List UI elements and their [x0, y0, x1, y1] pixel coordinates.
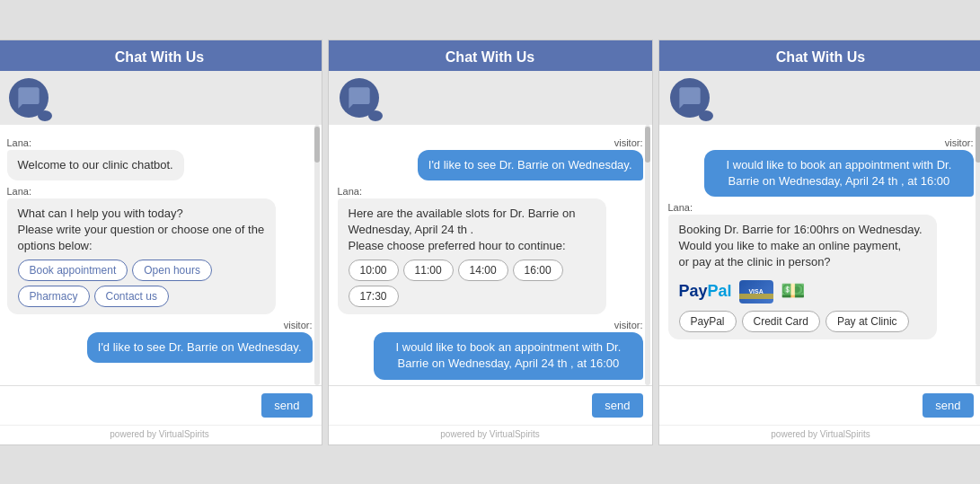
paypal-logo-icon: PayPal — [679, 280, 732, 303]
credit-card-button[interactable]: Credit Card — [742, 311, 820, 332]
chat-avatar-1 — [9, 78, 49, 118]
scrollbar-thumb-3 — [976, 127, 981, 163]
chat-avatar-3 — [670, 78, 710, 118]
chat-widget-3: Chat With Us visitor: I would like to bo… — [658, 40, 981, 445]
slot-1400[interactable]: 14:00 — [458, 260, 508, 281]
chat-widget-1: Chat With Us Lana: Welcome to our clinic… — [0, 40, 322, 445]
chat-header-1: Chat With Us — [0, 40, 322, 71]
chat-avatar-area-1 — [0, 71, 322, 125]
payment-icons-row: PayPal VISA 💵 — [679, 277, 926, 305]
slot-1730[interactable]: 17:30 — [349, 286, 399, 307]
sender-label-lana-w3: Lana: — [668, 202, 974, 213]
chat-footer-1: powered by VirtualSpirits — [0, 425, 322, 444]
chat-icon-2 — [347, 85, 372, 110]
scrollbar-1[interactable] — [314, 125, 320, 385]
message-bubble-w3-visitor: I would like to book an appointment with… — [704, 150, 973, 197]
sender-label-visitor-w2-2: visitor: — [338, 320, 643, 330]
sender-label-visitor-w3-1: visitor: — [668, 137, 974, 148]
option-contact-us[interactable]: Contact us — [94, 286, 169, 307]
chat-input-area-1: send — [0, 385, 322, 425]
paypal-button[interactable]: PayPal — [679, 311, 737, 332]
message-bubble-w2-visitor2: I would like to book an appointment with… — [374, 332, 642, 379]
message-row-w2-3: I would like to book an appointment with… — [338, 332, 643, 379]
chat-avatar-2 — [340, 78, 379, 118]
option-open-hours[interactable]: Open hours — [132, 260, 212, 281]
pay-at-clinic-button[interactable]: Pay at Clinic — [825, 311, 909, 332]
slot-1000[interactable]: 10:00 — [349, 260, 399, 281]
credit-card-icon: VISA — [739, 280, 773, 304]
message-row-w2-2: Here are the available slots for Dr. Bar… — [338, 198, 643, 315]
chat-input-2[interactable] — [338, 399, 593, 412]
chat-widget-2: Chat With Us visitor: I'd like to see Dr… — [328, 40, 653, 445]
sender-label-lana-1: Lana: — [7, 137, 313, 148]
message-bubble-visitor-1: I'd like to see Dr. Barrie on Wednesday. — [87, 332, 313, 363]
options-row-1: Book appointment Open hours Pharmacy Con… — [18, 260, 265, 307]
send-button-2[interactable]: send — [592, 393, 642, 418]
chat-icon-3 — [677, 85, 702, 110]
scrollbar-thumb-1 — [314, 127, 320, 163]
option-book-appointment[interactable]: Book appointment — [18, 260, 128, 281]
message-bubble-w2-bot: Here are the available slots for Dr. Bar… — [338, 198, 606, 315]
message-bubble-2: What can I help you with today? Please w… — [7, 198, 276, 315]
sender-label-lana-w2: Lana: — [338, 186, 643, 197]
message-bubble-w3-bot: Booking Dr. Barrie for 16:00hrs on Wedne… — [668, 215, 937, 339]
chat-input-3[interactable] — [668, 399, 923, 412]
chat-footer-2: powered by VirtualSpirits — [329, 425, 652, 444]
chat-input-area-3: send — [659, 385, 981, 425]
scrollbar-2[interactable] — [645, 125, 650, 385]
option-pharmacy[interactable]: Pharmacy — [18, 286, 90, 307]
sender-label-visitor-1: visitor: — [7, 320, 313, 330]
time-slots-row: 10:00 11:00 14:00 16:00 17:30 — [349, 260, 596, 307]
message-bubble-w2-visitor: I'd like to see Dr. Barrie on Wednesday. — [418, 150, 643, 180]
chat-avatar-area-2 — [329, 71, 652, 125]
chat-footer-3: powered by VirtualSpirits — [659, 425, 981, 444]
scrollbar-thumb-2 — [645, 127, 650, 163]
payment-buttons-row: PayPal Credit Card Pay at Clinic — [679, 311, 926, 332]
chat-avatar-area-3 — [659, 71, 981, 125]
message-row-w3-2: Booking Dr. Barrie for 16:00hrs on Wedne… — [668, 215, 974, 339]
chat-messages-1: Lana: Welcome to our clinic chatbot. Lan… — [0, 125, 322, 385]
send-button-1[interactable]: send — [261, 393, 312, 418]
money-icon: 💵 — [781, 277, 805, 305]
chat-input-1[interactable] — [7, 399, 262, 412]
slot-1100[interactable]: 11:00 — [403, 260, 454, 281]
chat-messages-2: visitor: I'd like to see Dr. Barrie on W… — [329, 125, 652, 385]
scrollbar-3[interactable] — [976, 125, 981, 385]
chat-header-2: Chat With Us — [329, 40, 652, 71]
chat-icon-1 — [16, 85, 41, 110]
slot-1600[interactable]: 16:00 — [513, 260, 563, 281]
chat-widgets-container: Chat With Us Lana: Welcome to our clinic… — [0, 40, 980, 445]
chat-messages-3: visitor: I would like to book an appoint… — [659, 125, 981, 385]
message-row-w3-1: I would like to book an appointment with… — [668, 150, 974, 197]
message-row-w2-1: I'd like to see Dr. Barrie on Wednesday. — [338, 150, 643, 180]
send-button-3[interactable]: send — [923, 393, 973, 418]
message-bubble-1: Welcome to our clinic chatbot. — [7, 150, 184, 180]
message-row-1: Welcome to our clinic chatbot. — [7, 150, 313, 180]
chat-input-area-2: send — [329, 385, 652, 425]
sender-label-lana-2: Lana: — [7, 186, 313, 197]
message-row-2: What can I help you with today? Please w… — [7, 198, 313, 315]
chat-header-3: Chat With Us — [659, 40, 981, 71]
sender-label-visitor-2: visitor: — [338, 137, 643, 148]
message-row-3: I'd like to see Dr. Barrie on Wednesday. — [7, 332, 313, 363]
